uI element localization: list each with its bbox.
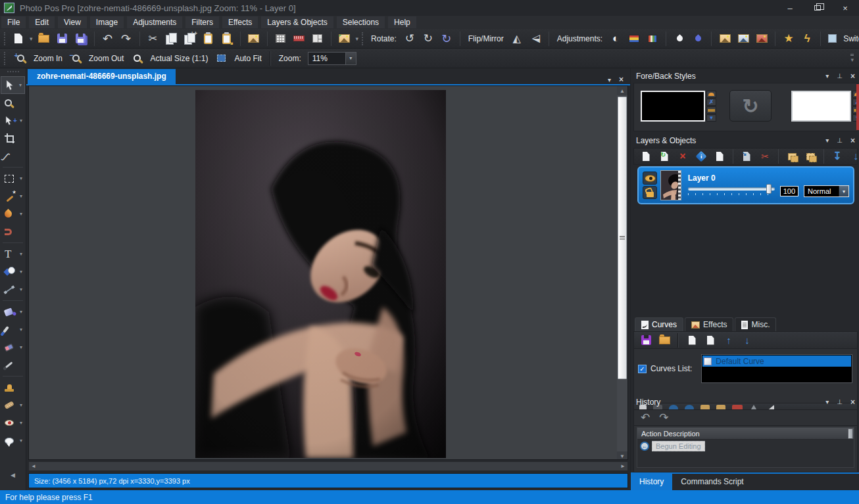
photo-correct-button[interactable] [735,30,751,47]
new-file-dropdown[interactable]: ▾ [30,35,33,42]
menu-adjustments[interactable]: Adjustments [127,16,182,28]
new-curve-button[interactable]: + [684,332,700,349]
line-tool-dropdown[interactable]: ▾ [20,286,22,292]
toolbar-overflow-chevron[interactable]: ▾ [850,54,854,63]
flip-vertical-button[interactable]: ◭ [528,30,543,47]
menu-file[interactable]: File [1,16,26,28]
vertical-scroll-thumb[interactable] [618,97,627,379]
opacity-value[interactable]: 100 [780,186,798,196]
move-layer-down-button[interactable]: ↓ [848,148,859,165]
tab-effects[interactable]: Effects [685,317,733,332]
line-tool-button[interactable]: ▾ [0,281,26,298]
undo-button[interactable]: ↶ [100,30,116,47]
crop-tool-button[interactable] [0,129,26,147]
text-tool-dropdown[interactable]: ▾ [20,251,22,257]
flip-horizontal-button[interactable]: ◭ [509,30,525,47]
history-menu-chevron[interactable]: ▾ [825,398,829,405]
balloon-dropdown[interactable]: ▾ [20,438,22,444]
favorites-button[interactable]: ★ [781,30,797,47]
copy-button[interactable] [164,30,180,47]
brush-tool-dropdown[interactable]: ▾ [20,327,22,332]
rotate-right-button[interactable]: ↻ [420,30,436,47]
photo-canvas[interactable] [195,90,446,458]
photo-enhance-button[interactable] [717,30,733,47]
history-close-icon[interactable]: × [850,398,855,407]
eraser-tool-dropdown[interactable]: ▾ [20,344,22,350]
menu-layers-objects[interactable]: Layers & Objects [261,16,333,28]
shapes-tool-dropdown[interactable]: ▾ [20,269,22,275]
layer-visibility-toggle[interactable] [643,172,657,185]
tab-commands-script[interactable]: Commands Script [672,474,752,490]
redo-button[interactable]: ↷ [118,30,134,47]
tab-misc[interactable]: Misc. [735,317,776,332]
layer-thumbnail[interactable] [660,170,681,200]
add-object-button[interactable]: + [712,148,727,165]
history-column-header[interactable]: Action Description [637,428,854,440]
save-button[interactable] [55,30,70,47]
zoom-out-button[interactable]: − [68,50,84,67]
move-tool-button[interactable]: + ▾ [0,112,26,129]
contrast-button[interactable]: ◐ [608,30,624,47]
eyedropper-tool-button[interactable] [0,356,26,374]
auto-fit-button[interactable] [213,50,229,67]
saturation-button[interactable] [690,30,706,47]
delete-layer-button[interactable]: × [675,148,691,165]
scroll-left-button[interactable]: ◄ [29,462,38,470]
panel-red-scrollbar[interactable] [856,84,859,130]
horizontal-scrollbar[interactable]: ◄ ► [28,461,628,471]
scroll-right-button[interactable]: ► [618,462,627,470]
add-image-dropdown[interactable]: ▾ [356,35,359,42]
curves-listbox[interactable]: Default Curve [701,354,852,383]
tab-curves[interactable]: Curves [635,317,683,332]
grid-button[interactable] [273,30,289,47]
zoom-dropdown-button[interactable]: ▾ [346,52,356,65]
ungroup-layers-button[interactable] [802,148,818,165]
add-image-button[interactable]: + [337,30,353,47]
color-levels-button[interactable] [626,30,642,47]
fore-back-close-icon[interactable]: × [850,72,855,81]
toolbar-grip[interactable] [4,32,5,45]
history-redo-icon[interactable]: ↷ [659,412,668,423]
foreground-gradient-button[interactable]: ▼ [706,114,716,122]
paste-button[interactable] [201,30,216,47]
save-all-button[interactable] [73,30,89,47]
new-layer-button[interactable] [638,148,654,165]
palette-grip[interactable] [7,71,19,75]
palette-collapse-button[interactable]: ◀ [0,468,26,482]
delete-curve-button[interactable]: ✗ [702,332,718,349]
minimize-button[interactable]: – [776,0,804,16]
restore-button[interactable] [804,0,831,16]
tab-list-dropdown[interactable]: ▾ [608,76,611,83]
curve-up-button[interactable]: ↑ [721,332,737,349]
toolbar-grip[interactable] [4,52,7,65]
toolbar-grip[interactable] [362,32,363,45]
curves-list-checkbox[interactable]: ✓ [638,365,647,373]
rect-select-dropdown[interactable]: ▾ [20,175,22,181]
menu-effects[interactable]: Effects [222,16,258,28]
clone-stamp-tool-button[interactable] [0,378,26,396]
merge-layer-button[interactable]: ↘ [739,148,754,165]
text-tool-button[interactable]: T▾ [0,245,26,263]
magic-wand-dropdown[interactable]: ▾ [20,193,22,199]
brush-tool-button[interactable]: ▾ [0,321,26,338]
history-pin-icon[interactable]: ⊥ [837,398,843,405]
cut-button[interactable]: ✂ [145,30,161,47]
healing-dropdown[interactable]: ▾ [20,402,22,408]
novice-interface-toggle[interactable] [826,30,842,47]
copy-merged-button[interactable]: ++ [182,30,198,47]
shapes-tool-button[interactable]: ▾ [0,263,26,281]
ruler-button[interactable] [291,30,307,47]
group-layers-button[interactable] [784,148,800,165]
red-eye-tool-button[interactable]: ▾ [0,414,26,432]
history-undo-icon[interactable]: ↶ [641,412,650,423]
zoom-out-label[interactable]: Zoom Out [89,54,124,63]
layers-pin-icon[interactable]: ⊥ [837,137,843,144]
opacity-slider-track[interactable] [688,187,775,191]
history-item[interactable]: ← Begun Editing [637,440,854,453]
brightness-button[interactable] [672,30,687,47]
load-curve-button[interactable] [656,332,672,349]
magic-wand-tool-button[interactable]: ▾ [0,187,26,205]
pen-select-dropdown[interactable]: ▾ [20,211,22,217]
paste-special-button[interactable]: ↘ [219,30,235,47]
menu-image[interactable]: Image [90,16,124,28]
